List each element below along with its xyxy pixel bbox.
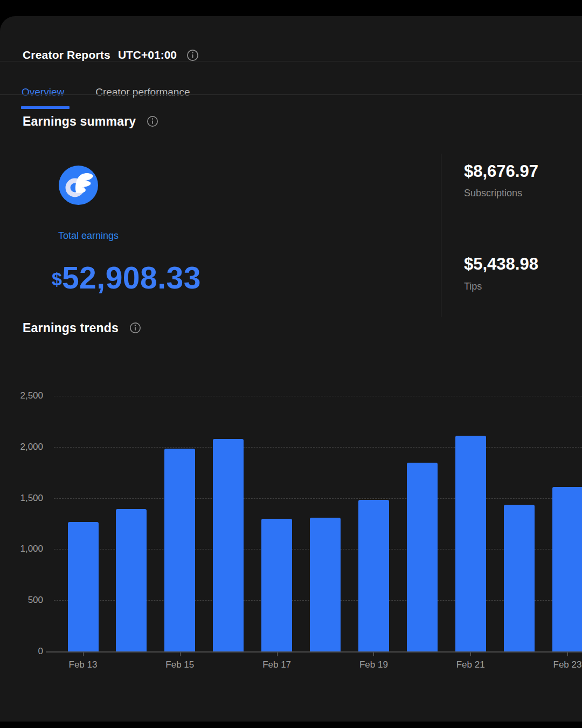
x-axis-tick (180, 653, 181, 656)
bar-feb-23 (552, 487, 582, 651)
bar-feb-13 (68, 522, 99, 651)
earnings-trends-heading: Earnings trends (23, 321, 119, 335)
page-title: Creator Reports (23, 49, 110, 61)
subscriptions-label: Subscriptions (464, 188, 522, 199)
y-axis-tick-label: 0 (0, 646, 43, 657)
tabs-divider (0, 94, 582, 95)
tab-overview[interactable]: Overview (22, 86, 64, 109)
info-icon[interactable] (147, 115, 159, 128)
gridline (54, 447, 582, 448)
tips-value: $5,438.98 (464, 255, 538, 274)
gridline (54, 396, 582, 396)
bar-feb-21 (455, 436, 486, 651)
x-axis-tick (567, 653, 568, 656)
bar-feb-15 (164, 449, 195, 651)
total-earnings-value: $52,908.33 (52, 260, 201, 296)
y-axis-tick-label: 2,000 (0, 442, 43, 452)
bar-feb-19 (358, 500, 389, 651)
report-tabs: Overview Creator performance (22, 86, 190, 109)
x-axis-tick-label: Feb 15 (156, 660, 204, 670)
timezone-label: UTC+01:00 (118, 49, 177, 61)
bar-feb-14 (116, 509, 147, 651)
earnings-trends-chart: 05001,0001,5002,0002,500Feb 13Feb 15Feb … (0, 372, 582, 696)
y-axis-tick-label: 1,000 (0, 544, 43, 554)
y-axis-tick-label: 2,500 (0, 390, 43, 401)
tips-label: Tips (464, 281, 482, 292)
gridline (54, 498, 582, 499)
bar-feb-18 (310, 518, 341, 651)
y-axis-tick-label: 500 (0, 595, 43, 606)
y-axis-tick-label: 1,500 (0, 493, 43, 504)
x-axis-tick (277, 653, 278, 656)
bar-feb-20 (407, 463, 438, 651)
x-axis-tick (373, 653, 374, 656)
tab-creator-performance[interactable]: Creator performance (95, 86, 190, 109)
page-header: Creator Reports UTC+01:00 (23, 49, 199, 61)
x-axis-tick-label: Feb 21 (446, 660, 495, 670)
total-earnings-label[interactable]: Total earnings (58, 230, 119, 242)
bar-feb-17 (261, 519, 292, 651)
currency-symbol: $ (52, 269, 62, 289)
earnings-summary-header: Earnings summary (23, 114, 159, 129)
subscriptions-value: $8,676.97 (464, 162, 538, 181)
header-divider (0, 61, 582, 61)
creator-reports-panel: Creator Reports UTC+01:00 Overview Creat… (0, 16, 582, 722)
x-axis-tick-label: Feb 19 (349, 660, 398, 670)
earnings-trends-header: Earnings trends (23, 321, 142, 335)
bar-feb-16 (213, 439, 244, 651)
x-axis-tick-label: Feb 13 (59, 660, 107, 670)
x-axis-tick (470, 653, 471, 656)
x-axis-tick-label: Feb 17 (253, 660, 301, 670)
earnings-summary-heading: Earnings summary (23, 114, 136, 129)
x-axis-tick (83, 653, 84, 656)
x-axis-tick-label: Feb 23 (543, 660, 582, 670)
bar-feb-22 (504, 505, 535, 651)
info-icon[interactable] (186, 49, 199, 61)
onlyfans-logo-icon (59, 166, 98, 205)
info-icon[interactable] (129, 322, 142, 334)
x-axis-line (46, 651, 582, 653)
summary-vertical-divider (441, 154, 441, 317)
